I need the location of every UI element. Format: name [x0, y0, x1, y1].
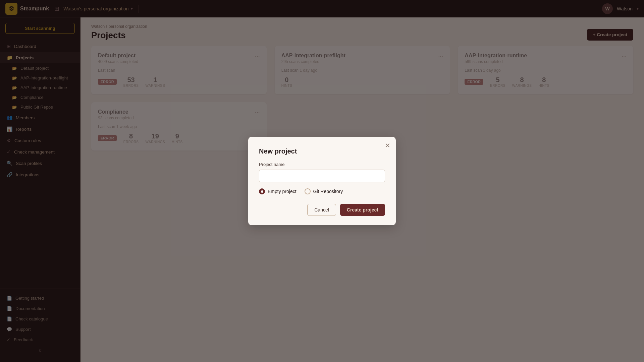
modal-close-button[interactable]: ✕ [385, 142, 390, 149]
radio-empty-label: Empty project [268, 189, 297, 194]
radio-circle-git [305, 188, 311, 194]
radio-circle-empty [259, 188, 265, 194]
modal-overlay: ✕ New project Project name Empty project… [0, 0, 644, 362]
radio-empty-project[interactable]: Empty project [259, 188, 297, 194]
modal-actions: Cancel Create project [259, 204, 385, 216]
radio-git-repository[interactable]: Git Repository [305, 188, 343, 194]
project-type-radio-group: Empty project Git Repository [259, 188, 385, 194]
cancel-button[interactable]: Cancel [307, 204, 336, 216]
modal-title: New project [259, 147, 385, 155]
new-project-modal: ✕ New project Project name Empty project… [248, 137, 396, 225]
radio-git-label: Git Repository [313, 189, 343, 194]
project-name-input[interactable] [259, 170, 385, 182]
project-name-label: Project name [259, 162, 385, 167]
create-project-button[interactable]: Create project [340, 204, 385, 216]
